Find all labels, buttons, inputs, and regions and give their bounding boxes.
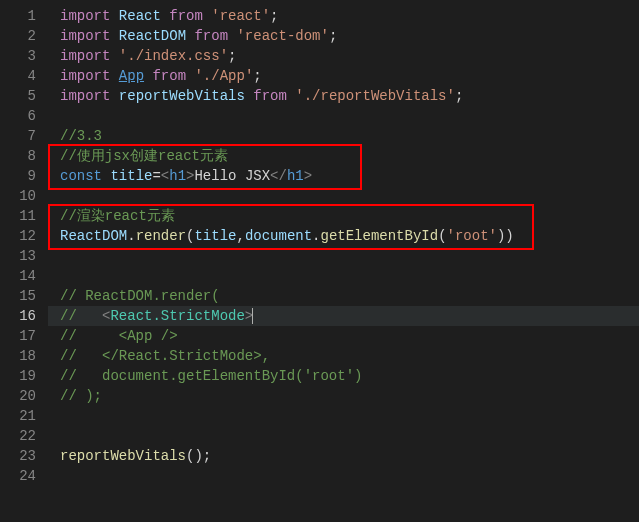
line-number: 6	[8, 106, 36, 126]
code-line[interactable]: // </React.StrictMode>,	[48, 346, 639, 366]
code-line[interactable]: const title=<h1>Hello JSX</h1>	[48, 166, 639, 186]
code-line[interactable]: import ReactDOM from 'react-dom';	[48, 26, 639, 46]
code-line-empty[interactable]	[48, 246, 639, 266]
line-number: 2	[8, 26, 36, 46]
code-line[interactable]: import App from './App';	[48, 66, 639, 86]
code-line[interactable]: // ReactDOM.render(	[48, 286, 639, 306]
code-line-empty[interactable]	[48, 106, 639, 126]
line-number: 22	[8, 426, 36, 446]
code-line-empty[interactable]	[48, 426, 639, 446]
code-line[interactable]: import React from 'react';	[48, 6, 639, 26]
line-number: 10	[8, 186, 36, 206]
line-number: 8	[8, 146, 36, 166]
code-line-empty[interactable]	[48, 266, 639, 286]
line-number: 11	[8, 206, 36, 226]
line-number: 17	[8, 326, 36, 346]
code-line-empty[interactable]	[48, 186, 639, 206]
code-line[interactable]: // document.getElementById('root')	[48, 366, 639, 386]
code-line[interactable]: //使用jsx创建react元素	[48, 146, 639, 166]
code-area[interactable]: import React from 'react'; import ReactD…	[48, 0, 639, 522]
code-line[interactable]: ReactDOM.render(title,document.getElemen…	[48, 226, 639, 246]
line-number: 19	[8, 366, 36, 386]
code-line-current[interactable]: // <React.StrictMode>	[48, 306, 639, 326]
line-number-current: 16	[8, 306, 36, 326]
code-line[interactable]: import './index.css';	[48, 46, 639, 66]
line-number: 21	[8, 406, 36, 426]
line-number: 1	[8, 6, 36, 26]
line-number: 20	[8, 386, 36, 406]
line-number-gutter: 1 2 3 4 5 6 7 8 9 10 11 12 13 14 15 16 1…	[0, 0, 48, 522]
line-number: 3	[8, 46, 36, 66]
code-line-empty[interactable]	[48, 466, 639, 486]
code-line-empty[interactable]	[48, 406, 639, 426]
line-number: 9	[8, 166, 36, 186]
line-number: 7	[8, 126, 36, 146]
code-line[interactable]: reportWebVitals();	[48, 446, 639, 466]
code-line[interactable]: //3.3	[48, 126, 639, 146]
line-number: 4	[8, 66, 36, 86]
code-editor[interactable]: 1 2 3 4 5 6 7 8 9 10 11 12 13 14 15 16 1…	[0, 0, 639, 522]
code-line[interactable]: // );	[48, 386, 639, 406]
import-link-app[interactable]: App	[119, 68, 144, 84]
text-cursor	[252, 308, 253, 324]
line-number: 24	[8, 466, 36, 486]
line-number: 5	[8, 86, 36, 106]
line-number: 18	[8, 346, 36, 366]
line-number: 23	[8, 446, 36, 466]
line-number: 15	[8, 286, 36, 306]
code-line[interactable]: //渲染react元素	[48, 206, 639, 226]
line-number: 12	[8, 226, 36, 246]
line-number: 13	[8, 246, 36, 266]
code-line[interactable]: import reportWebVitals from './reportWeb…	[48, 86, 639, 106]
line-number: 14	[8, 266, 36, 286]
code-line[interactable]: // <App />	[48, 326, 639, 346]
